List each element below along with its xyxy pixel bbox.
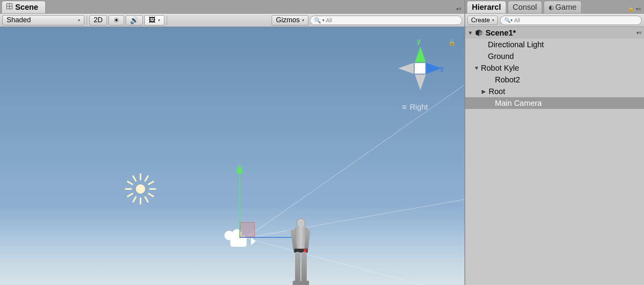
directional-light-gizmo[interactable] — [125, 173, 156, 205]
effects-toggle-button[interactable]: 🖼 ▾ — [144, 15, 164, 25]
lighting-toggle-button[interactable]: ☀ — [109, 15, 124, 25]
gizmo-xy-plane[interactable] — [240, 222, 255, 237]
shading-mode-dropdown[interactable]: Shaded ▾ — [2, 15, 84, 25]
expand-toggle-icon[interactable]: ▼ — [474, 65, 481, 71]
search-icon: 🔍 — [314, 17, 321, 23]
chevron-down-icon: ▾ — [322, 18, 324, 22]
tab-console-label: Consol — [513, 3, 537, 12]
scene-viewport[interactable]: 🔒 y z ≡ Right — [0, 27, 464, 285]
tab-scene-label: Scene — [15, 3, 38, 12]
hierarchy-search-placeholder: All — [514, 17, 520, 23]
image-icon: 🖼 — [149, 16, 156, 24]
expand-toggle-icon[interactable]: ▼ — [468, 30, 475, 36]
orientation-gizmo[interactable]: 🔒 y z ≡ Right — [390, 35, 449, 113]
gizmos-dropdown[interactable]: Gizmos ▾ — [272, 15, 308, 25]
axis-neg-y-cone[interactable] — [415, 75, 426, 90]
scene-name-label: Scene1* — [486, 28, 516, 37]
search-placeholder: All — [326, 17, 332, 23]
axis-neg-z-cone[interactable] — [398, 63, 414, 74]
item-label: Robot2 — [495, 75, 520, 84]
axis-y-cone[interactable] — [415, 46, 426, 62]
row-menu-icon[interactable]: ▾≡ — [637, 30, 642, 36]
gizmo-y-arrow[interactable] — [236, 164, 243, 173]
separator — [167, 16, 167, 25]
create-label: Create — [471, 17, 490, 24]
chevron-down-icon: ▾ — [511, 18, 512, 22]
separator — [87, 16, 87, 25]
hierarchy-item-robot-kyle[interactable]: ▼ Robot Kyle — [465, 62, 644, 74]
hierarchy-search-input[interactable]: 🔍 ▾ All — [500, 16, 642, 25]
scene-tab-bar: Scene ▾≡ — [0, 0, 464, 14]
hierarchy-item-ground[interactable]: Ground — [465, 50, 644, 62]
tab-scene[interactable]: Scene — [2, 1, 46, 13]
orientation-center[interactable] — [415, 63, 425, 74]
create-dropdown[interactable]: Create ▾ — [468, 16, 498, 25]
scene-panel: Scene ▾≡ Shaded ▾ 2D ☀ 🔊 🖼 ▾ — [0, 0, 464, 285]
lock-icon[interactable]: 🔒 — [448, 39, 456, 46]
hierarchy-scene-row[interactable]: ▼ Scene1* ▾≡ — [465, 27, 644, 39]
hierarchy-item-root[interactable]: ▶ Root — [465, 86, 644, 97]
app-root: Scene ▾≡ Shaded ▾ 2D ☀ 🔊 🖼 ▾ — [0, 0, 644, 285]
panel-menu-icon[interactable]: ▾≡ — [636, 6, 641, 12]
item-label: Main Camera — [495, 99, 542, 108]
projection-label[interactable]: ≡ Right — [402, 103, 428, 112]
item-label: Directional Light — [488, 40, 544, 49]
toggle-2d-button[interactable]: 2D — [89, 15, 107, 25]
hierarchy-item-main-camera[interactable]: Main Camera — [465, 97, 644, 109]
tab-game[interactable]: ◐ Game — [544, 1, 582, 13]
item-label: Robot Kyle — [481, 64, 519, 73]
projection-text: Right — [410, 103, 428, 112]
tab-hierarchy[interactable]: Hierarcl — [467, 1, 506, 13]
item-label: Root — [489, 87, 505, 96]
audio-toggle-button[interactable]: 🔊 — [126, 15, 143, 25]
chevron-down-icon: ▾ — [302, 18, 304, 22]
tab-console[interactable]: Consol — [508, 1, 542, 13]
chevron-down-icon: ▾ — [492, 18, 494, 22]
menu-lines-icon: ≡ — [402, 103, 407, 112]
hierarchy-tree[interactable]: ▼ Scene1* ▾≡ Directional Light Ground ▼ … — [465, 27, 644, 285]
speaker-icon: 🔊 — [130, 16, 139, 25]
hierarchy-item-robot2[interactable]: Robot2 — [465, 74, 644, 86]
gizmo-y-axis[interactable] — [239, 171, 240, 238]
camera-frustum-line — [246, 189, 464, 238]
robot-kyle-mesh[interactable] — [289, 218, 312, 285]
item-label: Ground — [488, 52, 514, 61]
tab-game-label: Game — [555, 3, 576, 12]
axis-z-cone[interactable] — [426, 63, 442, 74]
toggle-2d-label: 2D — [94, 16, 103, 24]
scene-search-input[interactable]: 🔍 ▾ All — [310, 16, 462, 25]
gizmos-label: Gizmos — [276, 16, 300, 24]
tab-hierarchy-label: Hierarcl — [472, 3, 501, 12]
hierarchy-toolbar: Create ▾ 🔍 ▾ All — [465, 14, 644, 27]
hierarchy-panel: Hierarcl Consol ◐ Game 🔒 ▾≡ Create ▾ 🔍 ▾… — [464, 0, 644, 285]
hierarchy-item-directional-light[interactable]: Directional Light — [465, 39, 644, 50]
expand-toggle-icon[interactable]: ▶ — [482, 88, 489, 94]
unity-logo-icon — [475, 28, 483, 37]
sun-core-icon — [136, 184, 145, 194]
ground-plane — [0, 258, 464, 285]
grid-icon — [6, 3, 13, 12]
shading-mode-label: Shaded — [7, 16, 31, 24]
search-icon: 🔍 — [504, 17, 511, 23]
sun-icon: ☀ — [113, 16, 119, 25]
right-tab-bar: Hierarcl Consol ◐ Game 🔒 ▾≡ — [465, 0, 644, 14]
chevron-down-icon: ▾ — [78, 18, 80, 22]
pacman-icon: ◐ — [549, 4, 554, 11]
axis-y-label: y — [417, 37, 421, 45]
panel-menu-icon[interactable]: ▾≡ — [456, 6, 461, 12]
panel-lock-icon[interactable]: 🔒 — [628, 6, 634, 12]
scene-toolbar: Shaded ▾ 2D ☀ 🔊 🖼 ▾ Gizmos ▾ — [0, 14, 464, 27]
chevron-down-icon: ▾ — [158, 18, 160, 22]
